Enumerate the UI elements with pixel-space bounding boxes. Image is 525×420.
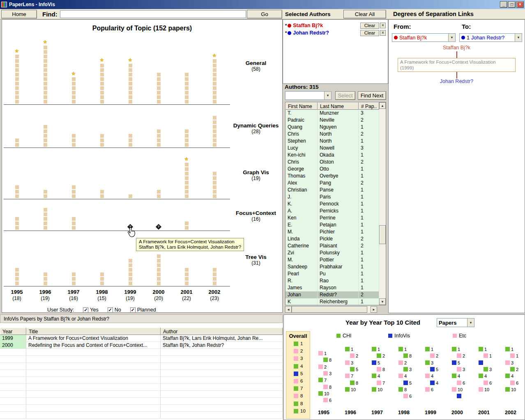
- topic-bar[interactable]: [157, 254, 161, 285]
- paper-row[interactable]: [0, 384, 283, 391]
- clear-all-button[interactable]: Clear All: [343, 10, 386, 18]
- user-study-option-planned[interactable]: ✓Planned: [130, 307, 156, 313]
- paper-row[interactable]: [0, 412, 283, 419]
- horizontal-scrollbar-thumb[interactable]: [292, 306, 367, 313]
- cited-square[interactable]: [350, 353, 355, 358]
- author-row[interactable]: ChrisNorth2: [286, 131, 386, 138]
- close-button[interactable]: ×: [516, 1, 524, 8]
- topic-bar[interactable]: [44, 125, 47, 147]
- clear-x-icon[interactable]: ×: [380, 30, 386, 36]
- cited-square[interactable]: [403, 353, 408, 358]
- topic-bar[interactable]: [129, 134, 132, 147]
- author-row[interactable]: GeorgeOtto1: [286, 166, 386, 173]
- cited-square[interactable]: [479, 387, 483, 392]
- author-row[interactable]: M.Pichler1: [286, 228, 386, 235]
- cited-square[interactable]: [372, 374, 376, 378]
- cited-square[interactable]: [345, 360, 350, 365]
- author-row[interactable]: QuangNguyen1: [286, 124, 386, 131]
- author-row[interactable]: CatherinePlaisant2: [286, 242, 386, 249]
- topic-bar[interactable]: [15, 268, 19, 285]
- to-author-dropdown[interactable]: 1 Johan Redstr? ▼: [459, 33, 522, 42]
- cited-square[interactable]: [484, 353, 488, 358]
- selected-paper-diamond[interactable]: ?: [156, 224, 161, 230]
- cited-square[interactable]: [345, 347, 350, 351]
- cited-square[interactable]: [377, 367, 381, 372]
- cited-square[interactable]: [318, 391, 323, 396]
- from-dropdown-arrow-icon[interactable]: ▼: [448, 34, 455, 42]
- paper-row[interactable]: [0, 391, 283, 398]
- from-author-dropdown[interactable]: Staffan Bj?k ▼: [392, 33, 456, 42]
- user-study-option-yes[interactable]: ✓Yes: [83, 307, 98, 313]
- cited-square[interactable]: [377, 381, 381, 385]
- author-row[interactable]: LucyNowell3: [286, 145, 386, 152]
- column-header-papers[interactable]: # Pap..: [359, 102, 379, 110]
- select-button[interactable]: Select: [335, 91, 355, 100]
- cited-square[interactable]: [452, 347, 456, 351]
- topic-bar[interactable]: [157, 73, 161, 104]
- topic-bar[interactable]: [44, 190, 47, 198]
- maximize-button[interactable]: □: [508, 1, 516, 8]
- cited-square[interactable]: [318, 365, 323, 369]
- cited-square[interactable]: [372, 387, 376, 392]
- topic-bar[interactable]: [44, 272, 47, 285]
- topic-bar[interactable]: [100, 272, 104, 285]
- topic-bar[interactable]: [157, 129, 161, 147]
- checkbox-yes[interactable]: ✓: [83, 307, 88, 313]
- go-button[interactable]: Go: [247, 10, 282, 18]
- author-row[interactable]: ThomasOverbye1: [286, 173, 386, 180]
- topic-bar[interactable]: [100, 64, 104, 104]
- topic-bar[interactable]: [100, 134, 104, 147]
- to-dropdown-arrow-icon[interactable]: ▼: [515, 34, 522, 42]
- paper-row[interactable]: [0, 349, 283, 356]
- author-row[interactable]: KReichenberg1: [286, 298, 386, 305]
- cited-square[interactable]: [345, 387, 350, 392]
- clear-author-button[interactable]: Clear: [360, 30, 379, 36]
- cited-square[interactable]: [398, 360, 403, 365]
- cited-square[interactable]: [323, 398, 328, 402]
- author-row[interactable]: PadraicNeville2: [286, 117, 386, 124]
- cited-square[interactable]: [510, 381, 515, 385]
- clear-x-icon[interactable]: ×: [380, 23, 386, 28]
- scroll-right-icon[interactable]: ►: [371, 306, 377, 313]
- author-row[interactable]: JamesRayson1: [286, 284, 386, 291]
- cited-square[interactable]: [452, 387, 456, 392]
- cited-square[interactable]: [452, 374, 456, 378]
- home-button[interactable]: Home: [1, 10, 37, 18]
- column-header-first-name[interactable]: First Name: [286, 102, 318, 110]
- find-next-button[interactable]: Find Next: [358, 91, 386, 100]
- find-input[interactable]: [60, 10, 246, 18]
- topic-bar[interactable]: [157, 190, 161, 198]
- cited-square[interactable]: [398, 347, 403, 351]
- topic-bar[interactable]: [44, 208, 47, 230]
- topic-bar[interactable]: [129, 259, 132, 285]
- topic-bar[interactable]: [213, 172, 216, 198]
- cited-square[interactable]: [430, 353, 435, 358]
- topic-bar[interactable]: [100, 190, 104, 198]
- topic-bar[interactable]: [185, 222, 189, 230]
- author-filter-arrow-icon[interactable]: ▼: [324, 92, 331, 99]
- author-row[interactable]: M.Pottier1: [286, 256, 386, 263]
- cited-square[interactable]: [505, 347, 510, 351]
- author-row[interactable]: JohanRedstr?2: [286, 291, 386, 298]
- cited-square[interactable]: [318, 351, 323, 355]
- papers-column-year[interactable]: Year: [0, 328, 26, 335]
- user-study-option-no[interactable]: ✓No: [108, 307, 121, 313]
- cited-square[interactable]: [403, 367, 408, 372]
- cited-square[interactable]: [403, 394, 408, 398]
- topic-bar[interactable]: [185, 129, 189, 147]
- topic-bar[interactable]: [129, 64, 132, 104]
- author-row[interactable]: ZviPolunsky1: [286, 249, 386, 256]
- topic-bar[interactable]: [185, 163, 189, 198]
- minimize-button[interactable]: _: [500, 1, 507, 8]
- cited-square[interactable]: [484, 381, 488, 385]
- paper-row[interactable]: [0, 377, 283, 384]
- author-row[interactable]: ChrisOlston2: [286, 159, 386, 166]
- paper-row[interactable]: [0, 370, 283, 377]
- paper-row[interactable]: 2000Redefining the Focus and Context of …: [0, 342, 283, 349]
- clear-author-button[interactable]: Clear: [360, 23, 379, 29]
- cited-square[interactable]: [372, 347, 376, 351]
- paper-row[interactable]: [0, 356, 283, 363]
- cited-square[interactable]: [350, 381, 355, 385]
- cited-square[interactable]: [457, 394, 461, 398]
- author-row[interactable]: K.Pennock1: [286, 201, 386, 208]
